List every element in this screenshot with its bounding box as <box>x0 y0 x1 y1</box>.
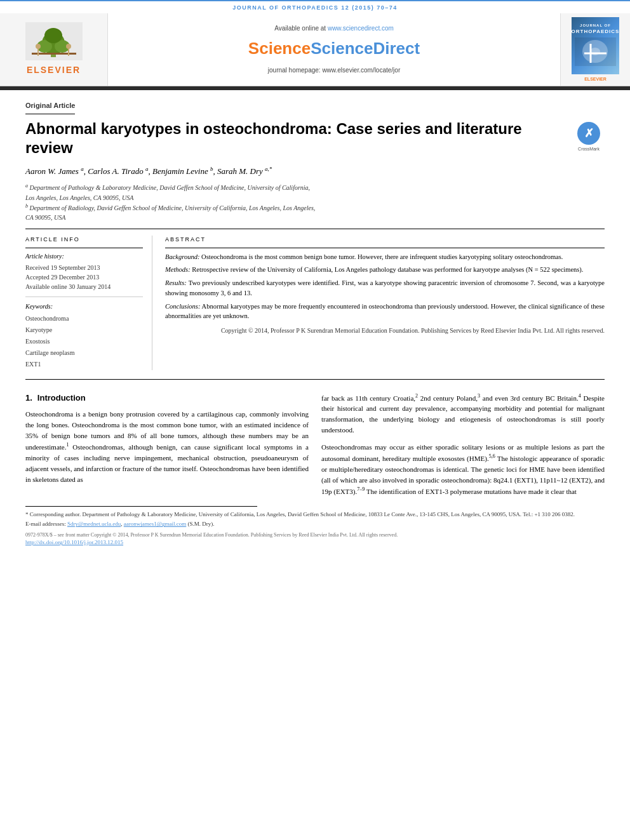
svg-point-6 <box>36 44 41 49</box>
keyword-3: Exostosis <box>25 336 143 347</box>
crossmark-label: CrossMark <box>578 146 600 152</box>
svg-point-4 <box>44 28 62 43</box>
section-divider <box>25 229 605 229</box>
journal-header-bar: JOURNAL OF ORTHOPAEDICS 12 (2015) 70–74 <box>0 0 630 13</box>
doi-link[interactable]: http://dx.doi.org/10.1016/j.jor.2013.12.… <box>25 539 123 545</box>
intro-paragraph-3: Osteochondromas may occur as either spor… <box>321 442 605 497</box>
article-info-heading: ARTICLE INFO <box>25 236 143 244</box>
article-title: Abnormal karyotypes in osteochondroma: C… <box>25 119 566 157</box>
keywords-label: Keywords: <box>25 302 143 311</box>
doi-text[interactable]: http://dx.doi.org/10.1016/j.jor.2013.12.… <box>25 538 605 547</box>
introduction-heading: 1. Introduction <box>25 392 309 404</box>
article-info-column: ARTICLE INFO Article history: Received 1… <box>25 236 152 370</box>
article-history-label: Article history: <box>25 252 143 261</box>
journal-title-bar-text: JOURNAL OF ORTHOPAEDICS 12 (2015) 70–74 <box>232 4 398 11</box>
svg-point-14 <box>590 48 600 55</box>
article-info-abstract-row: ARTICLE INFO Article history: Received 1… <box>25 236 605 370</box>
keyword-2: Karyotype <box>25 324 143 336</box>
section-title: Introduction <box>37 392 86 404</box>
body-left-column: 1. Introduction Osteochondroma is a beni… <box>25 392 309 497</box>
section-number: 1. <box>25 392 32 404</box>
crossmark-circle: ✗ <box>577 122 600 145</box>
journal-cover-image: JOURNAL OF ORTHOPAEDICS <box>572 17 619 74</box>
elsevier-tree-image <box>25 22 83 60</box>
body-two-column: 1. Introduction Osteochondroma is a beni… <box>25 392 605 497</box>
article-type-label: Original Article <box>25 101 75 114</box>
abstract-copyright: Copyright © 2014, Professor P K Surendra… <box>165 326 605 335</box>
sciencedirect-logo: ScienceScienceDirect <box>248 37 420 60</box>
keyword-5: EXT1 <box>25 359 143 370</box>
footnote-divider <box>25 506 257 507</box>
authors-line: Aaron W. James a, Carlos A. Tirado a, Be… <box>25 165 605 178</box>
accepted-date: Accepted 29 December 2013 <box>25 272 143 282</box>
top-header: ELSEVIER Available online at www.science… <box>0 13 630 87</box>
sd-url[interactable]: www.sciencedirect.com <box>328 25 394 32</box>
abstract-heading: ABSTRACT <box>165 236 605 244</box>
crossmark-icon: ✗ <box>584 128 594 139</box>
elsevier-logo-box: ELSEVIER <box>0 13 108 86</box>
svg-point-8 <box>66 44 71 49</box>
abstract-column: ABSTRACT Background: Osteochondroma is t… <box>165 236 605 370</box>
keywords-list: Osteochondroma Karyotype Exostosis Carti… <box>25 313 143 370</box>
article-content: Original Article Abnormal karyotypes in … <box>0 90 630 370</box>
journal-cover-title: JOURNAL OF ORTHOPAEDICS <box>572 21 619 70</box>
journal-cover-publisher: ELSEVIER <box>584 76 607 83</box>
center-header: Available online at www.sciencedirect.co… <box>108 13 560 86</box>
email-link-1[interactable]: Sdry@mednet.ucla.edu <box>67 521 121 527</box>
body-right-column: far back as 11th century Croatia,2 2nd c… <box>321 392 605 497</box>
received-date: Received 19 September 2013 <box>25 263 143 272</box>
elsevier-tree-svg <box>29 24 79 59</box>
crossmark-badge[interactable]: ✗ CrossMark <box>573 122 605 152</box>
corresponding-author-footnote: * Corresponding author. Department of Pa… <box>25 510 605 519</box>
email-footnote: E-mail addresses: Sdry@mednet.ucla.edu, … <box>25 520 605 529</box>
journal-homepage-text: journal homepage: www.elsevier.com/locat… <box>268 66 400 75</box>
intro-paragraph-2: far back as 11th century Croatia,2 2nd c… <box>321 392 605 436</box>
article-title-row: Abnormal karyotypes in osteochondroma: C… <box>25 119 605 157</box>
intro-paragraph-1: Osteochondroma is a benign bony protrusi… <box>25 409 309 485</box>
keyword-4: Cartilage neoplasm <box>25 347 143 359</box>
elsevier-wordmark: ELSEVIER <box>27 64 81 77</box>
abstract-text: Background: Osteochondroma is the most c… <box>165 252 605 336</box>
main-body: 1. Introduction Osteochondroma is a beni… <box>0 380 630 553</box>
keyword-1: Osteochondroma <box>25 313 143 324</box>
available-online-date: Available online 30 January 2014 <box>25 282 143 291</box>
affiliations: a Department of Pathology & Laboratory M… <box>25 182 605 222</box>
available-online-text: Available online at www.sciencedirect.co… <box>274 24 394 33</box>
email-link-2[interactable]: aaronwjames1@gmail.com <box>124 521 187 527</box>
issn-text: 0972-978X/$ – see front matter Copyright… <box>25 531 605 538</box>
journal-cover-box: JOURNAL OF ORTHOPAEDICS ELSEVIER <box>560 13 630 86</box>
